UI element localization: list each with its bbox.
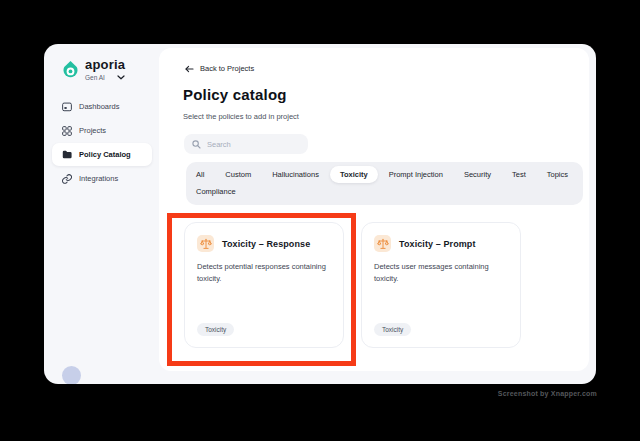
sidebar: aporia Gen AI Dashboards <box>44 44 159 384</box>
tab-test[interactable]: Test <box>502 166 536 183</box>
arrow-left-icon <box>185 65 194 73</box>
tab-prompt-injection[interactable]: Prompt Injection <box>379 166 453 183</box>
card-header: Toxicity – Prompt <box>362 223 520 252</box>
sidebar-item-label: Dashboards <box>79 102 119 111</box>
tab-custom[interactable]: Custom <box>215 166 261 183</box>
scales-icon <box>374 235 391 252</box>
brand: aporia Gen AI <box>62 58 125 81</box>
sidebar-nav: Dashboards Projects Policy Catalog <box>52 95 152 191</box>
card-title: Toxicity – Prompt <box>399 239 476 249</box>
highlight-annotation-rect <box>167 213 356 366</box>
category-tabsbar: All Custom Hallucinations Toxicity Promp… <box>186 162 583 205</box>
integrations-icon <box>62 174 72 184</box>
tab-compliance[interactable]: Compliance <box>186 183 246 200</box>
workspace-name: Gen AI <box>85 74 105 81</box>
search-input[interactable] <box>207 140 297 149</box>
card-tag-badge: Toxicity <box>374 323 411 336</box>
screenshot-stage: aporia Gen AI Dashboards <box>0 0 640 441</box>
sidebar-item-dashboards[interactable]: Dashboards <box>52 95 152 118</box>
dashboards-icon <box>62 102 72 112</box>
brand-text: aporia Gen AI <box>85 58 125 81</box>
sidebar-item-projects[interactable]: Projects <box>52 119 152 142</box>
card-description: Detects user messages containing toxicit… <box>362 261 520 284</box>
tabs-row-1: All Custom Hallucinations Toxicity Promp… <box>186 166 583 183</box>
tab-topics[interactable]: Topics <box>537 166 578 183</box>
tab-hallucinations[interactable]: Hallucinations <box>262 166 329 183</box>
aporia-logo-icon <box>62 60 79 79</box>
projects-icon <box>62 126 72 136</box>
tab-security[interactable]: Security <box>454 166 501 183</box>
tabs-row-2: Compliance <box>186 183 583 200</box>
back-to-projects-link[interactable]: Back to Projects <box>185 64 254 73</box>
brand-name: aporia <box>85 58 125 71</box>
sidebar-item-integrations[interactable]: Integrations <box>52 167 152 190</box>
avatar[interactable] <box>62 366 81 384</box>
tab-toxicity[interactable]: Toxicity <box>330 166 378 183</box>
folder-icon <box>62 150 72 159</box>
watermark-text: Screenshot by Xnapper.com <box>498 390 597 397</box>
search-box[interactable] <box>184 134 308 154</box>
chevron-down-icon[interactable] <box>117 75 125 80</box>
sidebar-item-label: Projects <box>79 126 106 135</box>
policy-card-toxicity-prompt[interactable]: Toxicity – Prompt Detects user messages … <box>361 222 521 348</box>
sidebar-item-label: Policy Catalog <box>79 150 131 159</box>
page-subtitle: Select the policies to add in project <box>183 112 299 121</box>
tab-all[interactable]: All <box>186 166 214 183</box>
back-link-label: Back to Projects <box>200 64 254 73</box>
sidebar-item-policy-catalog[interactable]: Policy Catalog <box>52 143 152 166</box>
search-icon <box>192 140 201 149</box>
sidebar-item-label: Integrations <box>79 174 118 183</box>
page-title: Policy catalog <box>183 86 287 103</box>
